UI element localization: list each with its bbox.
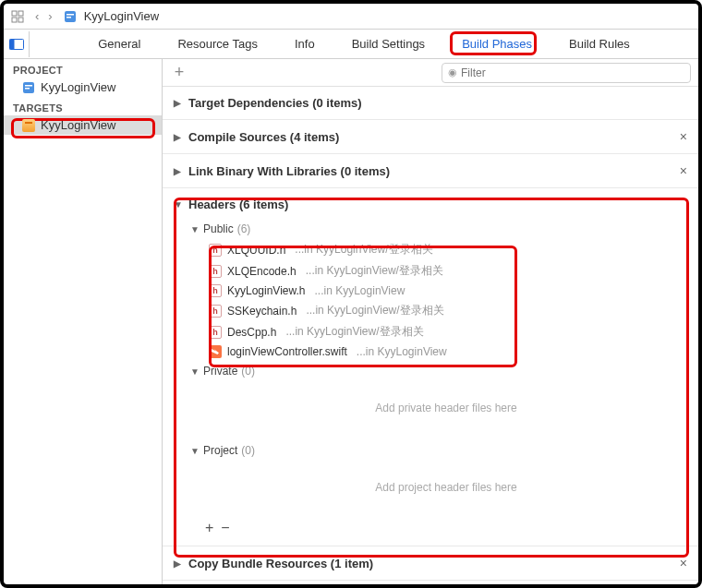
project-icon bbox=[22, 81, 35, 94]
nav-back-icon[interactable]: ‹ bbox=[31, 9, 42, 23]
target-icon bbox=[22, 119, 35, 132]
project-group-header[interactable]: ▼ Project (0) bbox=[190, 440, 687, 461]
phase-label: Target Dependencies (0 items) bbox=[188, 96, 362, 110]
svg-rect-5 bbox=[67, 14, 74, 16]
file-name: KyyLoginView.h bbox=[227, 284, 306, 297]
sidebar-project-item[interactable]: KyyLoginView bbox=[4, 78, 162, 97]
tab-resource-tags[interactable]: Resource Tags bbox=[172, 37, 262, 51]
file-name: XLQUUID.h bbox=[227, 244, 285, 257]
chevron-down-icon: ▼ bbox=[190, 224, 200, 234]
remove-phase-icon[interactable]: × bbox=[680, 129, 687, 144]
swift-file-icon bbox=[209, 345, 222, 358]
phase-label: Headers (6 items) bbox=[188, 198, 288, 211]
add-file-button[interactable]: + bbox=[205, 520, 213, 536]
file-path: ...in KyyLoginView bbox=[357, 345, 447, 358]
header-file-icon: h bbox=[209, 326, 222, 339]
tab-info[interactable]: Info bbox=[289, 37, 321, 51]
chevron-down-icon: ▼ bbox=[190, 446, 200, 456]
sidebar-project-header: PROJECT bbox=[4, 59, 162, 78]
breadcrumb-title[interactable]: KyyLoginView bbox=[84, 9, 159, 23]
private-placeholder[interactable]: Add private header files here bbox=[205, 387, 687, 429]
svg-rect-10 bbox=[25, 85, 32, 87]
project-file-icon bbox=[64, 10, 77, 23]
file-name: XLQEncode.h bbox=[227, 265, 297, 278]
file-row[interactable]: hDesCpp.h...in KyyLoginView/登录相关 bbox=[205, 321, 687, 342]
svg-rect-1 bbox=[18, 11, 23, 16]
header-file-icon: h bbox=[209, 284, 222, 297]
svg-rect-0 bbox=[12, 11, 17, 16]
public-label: Public bbox=[203, 222, 234, 235]
file-name: SSKeychain.h bbox=[227, 305, 297, 318]
file-path: ...in KyyLoginView/登录相关 bbox=[285, 324, 423, 340]
file-row[interactable]: loginViewController.swift...in KyyLoginV… bbox=[205, 342, 687, 361]
chevron-down-icon: ▼ bbox=[174, 199, 183, 210]
svg-rect-3 bbox=[18, 18, 23, 22]
svg-rect-11 bbox=[25, 88, 30, 90]
tab-build-rules[interactable]: Build Rules bbox=[563, 37, 635, 51]
phase-headers-toggle[interactable]: ▼ Headers (6 items) bbox=[174, 198, 687, 211]
file-row[interactable]: hKyyLoginView.h...in KyyLoginView bbox=[205, 282, 687, 300]
private-group-header[interactable]: ▼ Private (0) bbox=[190, 361, 687, 381]
header-file-icon: h bbox=[209, 305, 222, 318]
tab-build-phases[interactable]: Build Phases bbox=[456, 37, 538, 51]
chevron-right-icon: ▶ bbox=[174, 132, 183, 142]
related-items-icon[interactable] bbox=[11, 10, 24, 23]
phase-label: Link Binary With Libraries (0 items) bbox=[188, 164, 390, 178]
phase-target-dependencies[interactable]: ▶ Target Dependencies (0 items) bbox=[174, 96, 687, 110]
private-count: (0) bbox=[241, 365, 255, 378]
public-group-header[interactable]: ▼ Public (6) bbox=[190, 219, 687, 239]
phase-link-binary[interactable]: ▶ Link Binary With Libraries (0 items) × bbox=[174, 163, 687, 178]
sidebar: PROJECT KyyLoginView TARGETS KyyLoginVie… bbox=[4, 59, 163, 584]
sidebar-target-item[interactable]: KyyLoginView bbox=[4, 115, 162, 135]
remove-file-button[interactable]: − bbox=[221, 520, 229, 536]
tab-general[interactable]: General bbox=[92, 37, 146, 51]
svg-rect-2 bbox=[12, 18, 17, 22]
file-path: ...in KyyLoginView bbox=[315, 284, 405, 297]
file-row[interactable]: hXLQUUID.h...in KyyLoginView/登录相关 bbox=[205, 239, 687, 260]
file-name: loginViewController.swift bbox=[227, 345, 347, 358]
svg-rect-6 bbox=[67, 17, 71, 18]
file-name: DesCpp.h bbox=[227, 326, 276, 339]
project-count: (0) bbox=[241, 444, 255, 457]
chevron-right-icon: ▶ bbox=[174, 98, 183, 108]
filter-icon: ◉ bbox=[448, 66, 457, 78]
toolbar: ‹ › KyyLoginView bbox=[4, 4, 698, 30]
filter-input[interactable] bbox=[461, 66, 684, 79]
add-phase-button[interactable]: + bbox=[170, 63, 188, 82]
chevron-down-icon: ▼ bbox=[190, 366, 200, 377]
phase-label: Copy Bundle Resources (1 item) bbox=[188, 557, 373, 570]
sidebar-targets-header: TARGETS bbox=[4, 97, 162, 115]
filter-field[interactable]: ◉ bbox=[442, 63, 691, 83]
chevron-right-icon: ▶ bbox=[174, 558, 183, 569]
phase-copy-bundle[interactable]: ▶ Copy Bundle Resources (1 item) × bbox=[174, 556, 687, 570]
phase-label: Compile Sources (4 items) bbox=[188, 130, 339, 144]
phase-headers: ▼ Headers (6 items) ▼ Public (6) hXLQUUI… bbox=[163, 188, 698, 546]
remove-phase-icon[interactable]: × bbox=[680, 163, 687, 178]
file-row[interactable]: hSSKeychain.h...in KyyLoginView/登录相关 bbox=[205, 300, 687, 321]
public-count: (6) bbox=[237, 222, 251, 235]
nav-forward-icon[interactable]: › bbox=[44, 9, 55, 23]
file-row[interactable]: hXLQEncode.h...in KyyLoginView/登录相关 bbox=[205, 260, 687, 282]
file-path: ...in KyyLoginView/登录相关 bbox=[306, 263, 443, 279]
phase-compile-sources[interactable]: ▶ Compile Sources (4 items) × bbox=[174, 129, 687, 144]
tab-build-settings[interactable]: Build Settings bbox=[346, 37, 431, 51]
panel-toggle-icon[interactable] bbox=[4, 31, 30, 57]
header-file-icon: h bbox=[209, 244, 222, 257]
file-path: ...in KyyLoginView/登录相关 bbox=[295, 242, 432, 258]
tabs-row: General Resource Tags Info Build Setting… bbox=[4, 30, 698, 59]
project-placeholder[interactable]: Add project header files here bbox=[205, 466, 687, 509]
main-area: + ◉ ▶ Target Dependencies (0 items) ▶ bbox=[163, 59, 698, 584]
private-label: Private bbox=[203, 365, 237, 378]
project-group-label: Project bbox=[203, 444, 237, 457]
svg-rect-8 bbox=[9, 39, 14, 49]
remove-phase-icon[interactable]: × bbox=[680, 556, 687, 570]
sidebar-target-label: KyyLoginView bbox=[41, 118, 115, 132]
file-path: ...in KyyLoginView/登录相关 bbox=[306, 303, 443, 318]
chevron-right-icon: ▶ bbox=[174, 166, 183, 176]
sidebar-project-label: KyyLoginView bbox=[41, 80, 115, 94]
header-file-icon: h bbox=[209, 265, 222, 278]
